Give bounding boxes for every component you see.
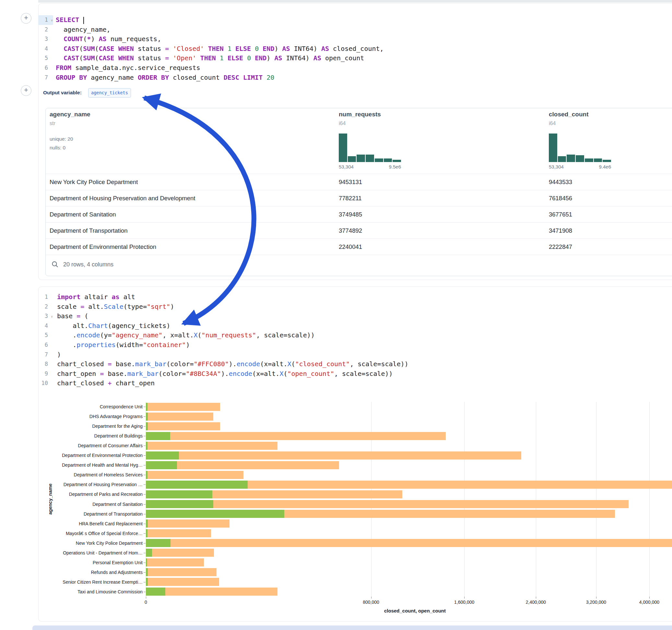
table-cell: 3471908 xyxy=(549,227,572,234)
search-icon[interactable] xyxy=(51,261,59,268)
line-number: 5 xyxy=(38,331,53,340)
num-requests-range: 53,304 9.5e6 xyxy=(339,164,401,169)
histogram-bar xyxy=(357,154,365,162)
column-name: closed_count xyxy=(549,111,589,118)
num-requests-histogram xyxy=(339,134,401,162)
table-cell: 9453131 xyxy=(339,178,362,186)
line-number: 7 xyxy=(38,350,53,360)
histogram-bar xyxy=(339,134,347,162)
closed-count-histogram xyxy=(549,134,611,162)
output-variable-label: Output variable: xyxy=(43,90,82,96)
line-number: 6 xyxy=(38,340,53,350)
table-cell: 7618456 xyxy=(549,195,572,202)
add-cell-button-top[interactable]: + xyxy=(21,13,31,24)
column-name: num_requests xyxy=(339,111,381,118)
table-cell: 3749485 xyxy=(339,211,362,218)
hist-min-label: 53,304 xyxy=(339,164,354,169)
line-number: 5 xyxy=(38,53,53,63)
output-variable-chip[interactable]: agency_tickets xyxy=(88,88,131,98)
result-table: agency_name str unique: 20 nulls: 0 num_… xyxy=(45,108,672,276)
code-line[interactable]: .properties(width="container") xyxy=(57,340,408,350)
code-line[interactable]: chart_open = base.mark_bar(color="#8BC34… xyxy=(57,369,408,379)
line-number: 2 xyxy=(38,302,53,312)
code-line[interactable]: chart_closed = base.mark_bar(color="#FFC… xyxy=(57,359,408,369)
histogram-bar xyxy=(348,156,356,162)
column-header-agency-name[interactable]: agency_name str unique: 20 nulls: 0 xyxy=(50,111,91,151)
histogram-bar xyxy=(576,155,584,162)
histogram-bar xyxy=(603,160,611,162)
bottom-strip xyxy=(32,626,672,630)
code-line[interactable]: scale = alt.Scale(type="sqrt") xyxy=(57,302,408,312)
histogram-bar xyxy=(558,156,566,162)
code-line[interactable]: .encode(y="agency_name", x=alt.X("num_re… xyxy=(57,331,408,340)
line-number: 8 xyxy=(38,359,53,369)
line-number: 4 xyxy=(38,44,53,54)
code-line[interactable]: CAST(SUM(CASE WHEN status = 'Closed' THE… xyxy=(56,44,384,54)
histogram-bar xyxy=(549,134,557,162)
top-strip xyxy=(38,0,672,3)
table-row: New York City Police Department945313194… xyxy=(46,174,672,190)
table-cell: 2240041 xyxy=(339,243,362,250)
histogram-bar xyxy=(384,159,392,162)
code-line[interactable]: CAST(SUM(CASE WHEN status = 'Open' THEN … xyxy=(56,53,384,63)
python-editor[interactable]: import altair as altscale = alt.Scale(ty… xyxy=(57,292,408,388)
code-line[interactable]: import altair as alt xyxy=(57,292,408,302)
line-number: 7 xyxy=(38,73,53,83)
code-line[interactable]: FROM sample_data.nyc.service_requests xyxy=(56,63,384,73)
table-row: Department of Transportation377489234719… xyxy=(46,222,672,239)
output-variable-value: agency_tickets xyxy=(91,90,128,95)
table-cell: 3774892 xyxy=(339,227,362,234)
histogram-bar xyxy=(594,159,602,162)
table-cell: Department of Transportation xyxy=(50,227,128,234)
column-header-closed-count[interactable]: closed_count i64 xyxy=(549,111,589,126)
closed-count-range: 53,304 9.4e6 xyxy=(549,164,611,169)
row-count-label: 20 rows, 4 columns xyxy=(63,261,114,268)
code-line[interactable]: base = ( xyxy=(57,311,408,321)
line-number: 1∨ xyxy=(38,15,53,25)
code-line[interactable]: chart_closed + chart_open xyxy=(57,379,408,388)
code-line[interactable]: alt.Chart(agency_tickets) xyxy=(57,321,408,331)
hist-max-label: 9.4e6 xyxy=(599,164,611,169)
line-number: 6 xyxy=(38,63,53,73)
fold-chevron-icon[interactable]: ∨ xyxy=(51,16,53,25)
line-number: 10 xyxy=(38,379,53,388)
sql-editor[interactable]: SELECT agency_name, COUNT(*) AS num_requ… xyxy=(56,15,384,82)
code-line[interactable]: COUNT(*) AS num_requests, xyxy=(56,34,384,44)
hist-min-label: 53,304 xyxy=(549,164,564,169)
table-row: Department of Sanitation37494853677651 xyxy=(46,206,672,222)
line-number: 1 xyxy=(38,292,53,302)
code-line[interactable]: agency_name, xyxy=(56,25,384,35)
histogram-bar xyxy=(392,160,401,162)
python-line-numbers: 123∨45678910 xyxy=(38,292,53,388)
column-type: str xyxy=(50,121,91,126)
code-line[interactable]: ) xyxy=(57,350,408,360)
table-cell: 9443533 xyxy=(549,178,572,186)
sql-line-numbers: 1∨234567 xyxy=(38,15,53,82)
line-number: 3 xyxy=(38,34,53,44)
table-footer: 20 rows, 4 columns xyxy=(46,253,672,276)
histogram-bar xyxy=(366,154,374,162)
table-cell: 7782211 xyxy=(339,195,362,202)
line-number: 9 xyxy=(38,369,53,379)
table-cell: New York City Police Department xyxy=(50,178,138,186)
column-type: i64 xyxy=(549,121,589,126)
table-row: Department of Environmental Protection22… xyxy=(46,239,672,255)
add-cell-button-middle[interactable]: + xyxy=(21,85,31,96)
text-cursor xyxy=(83,17,84,24)
line-number: 4 xyxy=(38,321,53,331)
column-name: agency_name xyxy=(50,111,91,118)
line-number: 3∨ xyxy=(38,311,53,321)
column-nulls: nulls: 0 xyxy=(50,145,91,151)
table-cell: 2222847 xyxy=(549,243,572,250)
histogram-bar xyxy=(567,154,575,162)
hist-max-label: 9.5e6 xyxy=(389,164,401,169)
column-type: i64 xyxy=(339,121,381,126)
code-line[interactable]: GROUP BY agency_name ORDER BY closed_cou… xyxy=(56,73,384,83)
notebook-page: + + 1∨234567 SELECT agency_name, COUNT(*… xyxy=(0,0,672,630)
code-line[interactable]: SELECT xyxy=(56,15,384,25)
histogram-bar xyxy=(375,159,383,162)
table-body: New York City Police Department945313194… xyxy=(46,174,672,255)
fold-chevron-icon[interactable]: ∨ xyxy=(51,312,53,321)
column-header-num-requests[interactable]: num_requests i64 xyxy=(339,111,381,126)
table-cell: Department of Sanitation xyxy=(50,211,116,218)
